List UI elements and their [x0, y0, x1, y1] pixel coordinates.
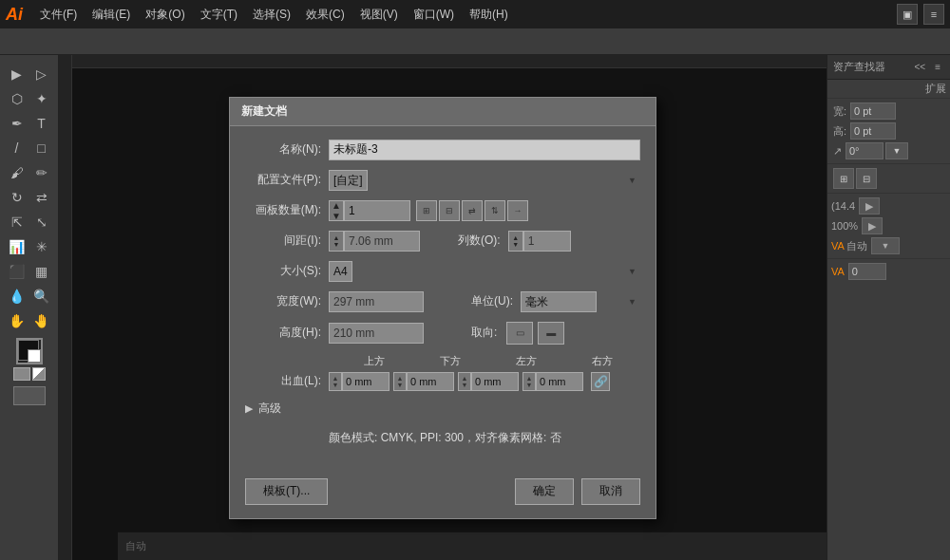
unit-select[interactable]: 毫米 [521, 291, 597, 312]
tool-group-hand: ✋ 🤚 [6, 309, 53, 332]
menu-view[interactable]: 视图(V) [352, 0, 406, 28]
orientation-portrait[interactable]: ▭ [506, 322, 533, 345]
va-icon: VA [831, 240, 845, 252]
panel-menu-btn[interactable]: ≡ [931, 60, 944, 74]
panel-val-btn1[interactable]: ▶ [859, 197, 880, 215]
ok-button[interactable]: 确定 [515, 478, 574, 505]
bleed-right-spin[interactable]: ▲▼ [522, 372, 536, 391]
artboards-spingroup: ▲▼ ⊞ ⊟ ⇄ ⇅ → [329, 200, 640, 221]
height-prop-input[interactable] [850, 122, 896, 140]
bleed-left-input[interactable] [471, 372, 519, 391]
spacing-row: 间距(I): ▲▼ 列数(O): ▲▼ [245, 231, 640, 252]
bleed-bottom-input[interactable] [407, 372, 454, 391]
tool-warp[interactable]: ⤡ [30, 211, 53, 233]
auto-btn[interactable]: ▼ [871, 237, 900, 254]
tool-lasso[interactable]: ⬡ [6, 87, 28, 110]
bleed-right-input[interactable] [536, 372, 583, 391]
tool-magic[interactable]: ✦ [30, 87, 53, 110]
menu-help[interactable]: 帮助(H) [462, 0, 516, 28]
spacing-input[interactable] [344, 231, 420, 252]
width-prop-input[interactable] [850, 103, 896, 120]
menu-effect[interactable]: 效果(C) [298, 0, 352, 28]
width-label: 宽度(W): [245, 293, 321, 309]
panel-icon-2[interactable]: ⊟ [856, 168, 877, 189]
menu-right-icons: ▣ ≡ [897, 4, 944, 25]
grid-icon-1[interactable]: ⊞ [416, 200, 437, 221]
spacing-spin[interactable]: ▲▼ [329, 231, 344, 252]
bleed-bottom-spin[interactable]: ▲▼ [393, 372, 407, 391]
grid-icon-2[interactable]: ⊟ [439, 200, 460, 221]
bleed-right-label: 右方 [564, 354, 640, 368]
angle-select[interactable]: ▼ [885, 142, 908, 159]
tool-graph[interactable]: 📊 [6, 235, 28, 258]
tool-rect[interactable]: □ [30, 137, 53, 159]
tool-eyedropper[interactable]: 💧 [6, 285, 28, 308]
menu-window[interactable]: 窗口(W) [406, 0, 462, 28]
expand-label[interactable]: 扩展 [925, 82, 946, 96]
va-input[interactable] [848, 263, 886, 280]
menu-edit[interactable]: 编辑(E) [85, 0, 138, 28]
bleed-top-input[interactable] [342, 372, 390, 391]
bleed-bottom-label: 下方 [412, 354, 488, 368]
tool-text[interactable]: T [30, 112, 53, 135]
template-button[interactable]: 模板(T)... [245, 478, 328, 505]
grid-icon-3[interactable]: ⇄ [462, 200, 483, 221]
width-prop-row: 宽: [833, 103, 944, 120]
fill-none-btn[interactable] [13, 367, 30, 381]
artboards-spin-up[interactable]: ▲▼ [329, 200, 344, 221]
panel-val-btn2[interactable]: ▶ [862, 217, 883, 234]
screen-mode-btn[interactable] [13, 386, 46, 405]
width-input[interactable] [329, 291, 424, 312]
height-input[interactable] [329, 323, 424, 344]
bleed-left-spin[interactable]: ▲▼ [458, 372, 471, 391]
profile-select[interactable]: [自定] [329, 170, 368, 191]
menu-file[interactable]: 文件(F) [32, 0, 85, 28]
tool-symbol[interactable]: ✳ [30, 235, 53, 258]
tool-line[interactable]: / [6, 137, 28, 159]
fill-stroke-indicator[interactable] [16, 338, 43, 364]
tool-group-pen: ✒ T [6, 112, 53, 135]
artboards-input[interactable] [344, 200, 410, 221]
name-input[interactable] [329, 140, 640, 160]
tool-col2[interactable]: ▦ [30, 260, 53, 283]
columns-input[interactable] [523, 231, 571, 252]
menu-select[interactable]: 选择(S) [245, 0, 298, 28]
unit-select-wrapper: 毫米 [521, 291, 640, 312]
tool-scale[interactable]: ⇱ [6, 211, 28, 233]
tool-hand[interactable]: ✋ [6, 309, 28, 332]
advanced-label: 高级 [258, 401, 281, 417]
menu-text[interactable]: 文字(T) [193, 0, 245, 28]
tool-hand2[interactable]: 🤚 [30, 309, 53, 332]
tool-zoom[interactable]: 🔍 [30, 285, 53, 308]
advanced-row[interactable]: ▶ 高级 [245, 401, 640, 417]
tool-pen[interactable]: ✒ [6, 112, 28, 135]
tool-brush[interactable]: 🖌 [6, 161, 28, 184]
tool-select[interactable]: ▶ [6, 63, 28, 85]
orientation-icons: ▭ ▬ [504, 322, 564, 345]
bleed-link-btn[interactable]: 🔗 [591, 372, 610, 391]
bleed-top-spin[interactable]: ▲▼ [329, 372, 342, 391]
tool-col1[interactable]: ⬛ [6, 260, 28, 283]
gradient-btn[interactable] [32, 367, 46, 381]
tool-pencil[interactable]: ✏ [30, 161, 53, 184]
columns-spin[interactable]: ▲▼ [508, 231, 523, 252]
cancel-button[interactable]: 取消 [581, 478, 640, 505]
panel-collapse-btn[interactable]: << [910, 60, 929, 74]
grid-icon-5[interactable]: → [507, 200, 528, 221]
info-text: 颜色模式: CMYK, PPI: 300，对齐像素网格: 否 [245, 426, 640, 456]
menu-object[interactable]: 对象(O) [138, 0, 192, 28]
tool-group-line: / □ [6, 137, 53, 159]
tool-direct-select[interactable]: ▷ [30, 63, 53, 85]
dialog-overlay: 新建文档 名称(N): 配置文件(P): [自定] [59, 55, 826, 560]
panel-value-section: (14.4 ▶ 100% ▶ VA 自动 ▼ [827, 194, 950, 259]
orientation-landscape[interactable]: ▬ [538, 322, 564, 345]
app-icon-btn2[interactable]: ≡ [923, 4, 944, 25]
tool-rotate[interactable]: ↻ [6, 186, 28, 209]
app-icon-btn1[interactable]: ▣ [897, 4, 918, 25]
size-select[interactable]: A4 [329, 261, 352, 282]
tool-group-eyedrop: 💧 🔍 [6, 285, 53, 308]
panel-icon-1[interactable]: ⊞ [833, 168, 854, 189]
angle-input[interactable] [846, 142, 884, 159]
grid-icon-4[interactable]: ⇅ [484, 200, 505, 221]
tool-mirror[interactable]: ⇄ [30, 186, 53, 209]
